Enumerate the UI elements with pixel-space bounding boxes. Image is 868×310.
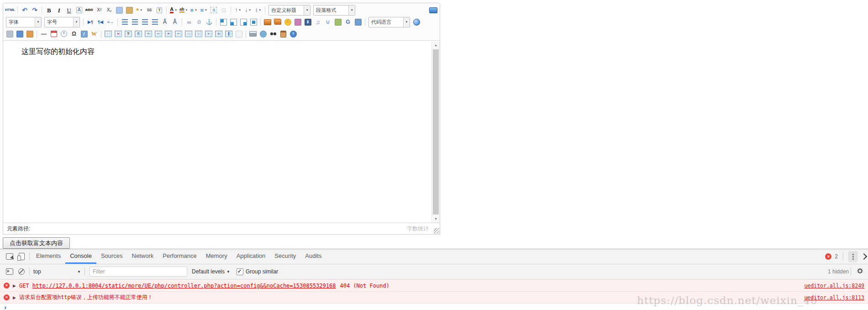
format-brush-icon[interactable] [125,5,134,15]
split-cols-icon[interactable]: ∥ [224,29,233,38]
link-icon[interactable]: ∞ [184,17,194,27]
devtools-menu-icon[interactable] [848,251,857,262]
search-replace-icon[interactable] [268,29,278,38]
time-icon[interactable] [59,29,68,38]
insert-col-icon[interactable]: + [164,29,173,38]
row-spacing-top-icon[interactable]: ↑▼ [233,5,242,15]
console-sidebar-toggle-icon[interactable] [4,266,16,278]
clear-console-icon[interactable] [16,266,27,278]
align-justify-icon[interactable] [150,17,159,27]
indent-icon[interactable]: ≡→ [106,17,115,27]
align-center-icon[interactable] [130,17,139,27]
background-icon[interactable] [15,29,24,38]
image-center-icon[interactable] [249,17,258,27]
code-language-select[interactable]: 代码语言▼ [368,17,410,27]
paste-plain-icon[interactable]: T [155,5,164,15]
superscript-icon[interactable]: X² [95,5,104,15]
unordered-list-icon[interactable]: ≡▼ [199,5,208,15]
tab-performance[interactable]: Performance [158,249,201,264]
outdent-icon[interactable]: ¶◀ [96,17,105,27]
attachment-icon[interactable]: ∪ [323,17,332,27]
tab-elements[interactable]: Elements [32,249,65,264]
italic-icon[interactable]: I [54,5,63,15]
map-icon[interactable] [333,17,342,27]
preview-icon[interactable] [258,29,268,38]
insert-row-icon[interactable]: + [144,29,153,38]
source-location-link[interactable]: ueditor.all.js:8249 [804,283,864,289]
font-color-icon[interactable]: A▼ [169,5,178,15]
clear-doc-icon[interactable]: □ [219,5,228,15]
word-count-label[interactable]: 字数统计 [407,223,429,235]
page-break-icon[interactable] [5,29,14,38]
error-badge-icon[interactable]: × [825,253,831,260]
source-button[interactable]: HTML [5,5,15,15]
help-icon[interactable]: ? [289,29,298,38]
inspect-element-icon[interactable] [4,251,16,262]
case-lower-icon[interactable]: Å [170,17,179,27]
strikethrough-icon[interactable]: ABC [84,5,94,15]
paragraph-format-select[interactable]: 段落格式▼ [313,5,355,16]
image-left-icon[interactable] [229,17,238,27]
music-icon[interactable]: ♫ [313,17,322,27]
eraser-icon[interactable] [115,5,124,15]
highlight-color-icon[interactable]: ab▼ [179,5,188,15]
image-right-icon[interactable] [239,17,248,27]
custom-title-select[interactable]: 自定义标题▼ [268,5,310,16]
paste-icon[interactable] [279,29,288,38]
split-rows-icon[interactable]: = [214,29,223,38]
fullscreen-icon[interactable] [429,5,438,15]
code-highlight-icon[interactable] [412,17,421,27]
tab-application[interactable]: Application [232,249,270,264]
merge-down-icon[interactable]: ↓ [194,29,203,38]
execution-context-select[interactable]: top ▼ [33,268,81,275]
unlink-icon[interactable]: ⊘ [195,17,204,27]
redo-icon[interactable]: ↷ [30,5,39,15]
insert-table-icon[interactable] [104,29,113,38]
insert-frame-icon[interactable] [353,17,363,27]
template-icon[interactable] [25,29,34,38]
horizontal-rule-icon[interactable]: — [39,29,48,38]
indent-first-line-icon[interactable]: ▶¶ [86,17,95,27]
blockquote-icon[interactable]: 66 [145,5,154,15]
expand-triangle-icon[interactable]: ▶ [13,283,16,288]
request-url-link[interactable]: http://127.0.0.1:8004/static/more/UE/php… [32,283,336,289]
resize-grip[interactable] [434,228,439,234]
overflow-chevron-icon[interactable] [861,253,867,260]
row-spacing-bottom-icon[interactable]: ↓▼ [243,5,253,15]
blank-doc-icon[interactable] [234,29,243,38]
tab-network[interactable]: Network [127,249,158,264]
get-content-button[interactable]: 点击获取富文本内容 [3,237,70,249]
select-all-icon[interactable]: a [209,5,218,15]
delete-table-icon[interactable]: × [114,29,123,38]
tab-security[interactable]: Security [270,249,300,264]
special-chars-icon[interactable]: Ω [69,29,79,38]
tab-sources[interactable]: Sources [96,249,127,264]
source-location-link[interactable]: ueditor.all.js:8113 [804,294,864,301]
scroll-up-icon[interactable]: ▲ [432,42,440,49]
subscript-icon[interactable]: X₂ [105,5,114,15]
undo-icon[interactable]: ↶ [20,5,29,15]
editor-scrollbar[interactable]: ▲ ▼ [431,42,440,223]
word-image-icon[interactable]: W [89,29,99,38]
group-similar-checkbox[interactable] [237,268,243,275]
scrollbar-thumb[interactable] [433,49,439,214]
bold-icon[interactable]: B [44,5,53,15]
tab-audits[interactable]: Audits [300,249,326,264]
case-upper-icon[interactable]: Å [160,17,169,27]
underline-icon[interactable]: U [64,5,74,15]
device-toolbar-icon[interactable] [16,251,27,262]
editor-content-area[interactable]: 这里写你的初始化内容 ▲ ▼ [3,41,440,223]
video-icon[interactable]: ▮ [303,17,312,27]
font-size-select[interactable]: 字号▼ [44,17,80,27]
anchor-icon[interactable]: ⚓ [205,17,214,27]
expand-triangle-icon[interactable]: ▶ [13,295,16,300]
align-right-icon[interactable] [140,17,149,27]
line-height-icon[interactable]: ↕▼ [253,5,263,15]
emotion-icon[interactable]: ☺ [283,17,292,27]
log-levels-select[interactable]: Default levels ▼ [192,268,230,275]
tab-memory[interactable]: Memory [201,249,232,264]
tab-console[interactable]: Console [65,249,96,264]
ordered-list-icon[interactable]: ≡▼ [189,5,198,15]
merge-right-icon[interactable]: → [184,29,193,38]
image-default-icon[interactable] [219,17,228,27]
